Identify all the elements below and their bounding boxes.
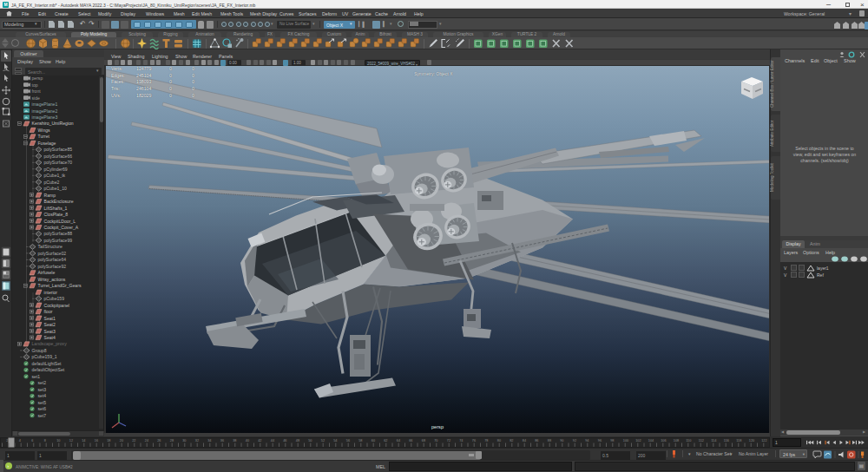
svg-text:46: 46 (283, 439, 286, 442)
svg-text:80: 80 (497, 439, 501, 442)
svg-text:72: 72 (447, 439, 450, 442)
svg-text:32: 32 (195, 439, 199, 442)
svg-text:CockpitLDoor_L: CockpitLDoor_L (44, 219, 76, 224)
svg-text:36: 36 (220, 439, 224, 442)
svg-text:LiftShafts_1: LiftShafts_1 (44, 206, 68, 211)
svg-text:pCylinder69: pCylinder69 (44, 167, 68, 172)
svg-text:Fuselage: Fuselage (38, 141, 56, 146)
svg-text:2: 2 (6, 439, 8, 442)
svg-text:60: 60 (372, 439, 375, 442)
svg-text:set3: set3 (38, 387, 47, 392)
svg-text:pCube2: pCube2 (44, 180, 60, 185)
svg-text:70: 70 (434, 439, 437, 442)
svg-text:8: 8 (44, 439, 46, 442)
svg-text:122: 122 (761, 439, 766, 442)
svg-text:94: 94 (585, 439, 589, 442)
svg-text:14: 14 (82, 439, 85, 442)
svg-text:28: 28 (170, 439, 174, 442)
svg-text:96: 96 (598, 439, 602, 442)
svg-text:106: 106 (661, 439, 666, 442)
svg-text:Kenshiro_UmiRegion: Kenshiro_UmiRegion (32, 121, 74, 126)
svg-text:polySurface70: polySurface70 (44, 160, 73, 165)
svg-text:10: 10 (56, 439, 60, 442)
svg-text:116: 116 (724, 439, 729, 442)
svg-text:polySurface88: polySurface88 (44, 231, 73, 236)
svg-text:102: 102 (635, 439, 641, 442)
svg-text:set1: set1 (32, 374, 41, 379)
svg-text:Turret_LandGr_Gears: Turret_LandGr_Gears (38, 283, 82, 288)
svg-text:polySurface99: polySurface99 (44, 238, 73, 243)
svg-text:90: 90 (560, 439, 563, 442)
svg-text:polySurface92: polySurface92 (38, 264, 67, 269)
svg-text:26: 26 (157, 439, 161, 442)
svg-text:pCube159_1: pCube159_1 (32, 354, 57, 359)
svg-text:TailStructure: TailStructure (38, 244, 62, 249)
svg-text:50: 50 (308, 439, 312, 442)
svg-text:6: 6 (31, 439, 33, 442)
svg-text:front: front (32, 88, 42, 94)
svg-text:56: 56 (346, 439, 350, 442)
svg-text:52: 52 (321, 439, 325, 442)
svg-text:BackEnclosure: BackEnclosure (44, 199, 74, 204)
svg-text:66: 66 (409, 439, 412, 442)
svg-text:polySurface85: polySurface85 (44, 147, 73, 152)
svg-text:100: 100 (623, 439, 628, 442)
svg-text:pCube159: pCube159 (44, 296, 65, 301)
svg-text:Group8: Group8 (32, 348, 47, 353)
svg-text:38: 38 (233, 439, 236, 442)
svg-text:44: 44 (271, 439, 274, 442)
svg-text:imagePlane1: imagePlane1 (32, 102, 58, 107)
svg-text:pCube1_10: pCube1_10 (44, 186, 68, 191)
svg-text:108: 108 (674, 439, 679, 442)
svg-text:Airfusele: Airfusele (38, 270, 56, 275)
svg-text:114: 114 (711, 439, 716, 442)
svg-text:104: 104 (648, 439, 654, 442)
svg-text:imagePlane3: imagePlane3 (32, 115, 58, 120)
svg-text:Seat2: Seat2 (44, 322, 56, 327)
svg-text:persp: persp (32, 75, 43, 81)
svg-text:34: 34 (207, 439, 211, 442)
svg-text:imagePlane2: imagePlane2 (32, 108, 58, 114)
svg-text:set4: set4 (38, 393, 47, 398)
svg-text:112: 112 (699, 439, 704, 442)
svg-text:side: side (32, 95, 41, 101)
svg-text:40: 40 (246, 439, 249, 442)
svg-text:set2: set2 (38, 380, 47, 385)
svg-text:16: 16 (95, 439, 98, 442)
svg-text:Seat3: Seat3 (44, 329, 56, 334)
svg-text:Wings: Wings (38, 128, 51, 133)
svg-text:64: 64 (397, 439, 400, 442)
svg-text:defaultObjectSet: defaultObjectSet (32, 367, 65, 372)
svg-text:ClosPlate_8: ClosPlate_8 (44, 212, 69, 217)
svg-text:48: 48 (296, 439, 299, 442)
svg-text:18: 18 (107, 439, 110, 442)
svg-text:set5: set5 (38, 400, 47, 405)
svg-text:98: 98 (610, 439, 614, 442)
svg-text:74: 74 (459, 439, 463, 442)
svg-text:88: 88 (548, 439, 551, 442)
svg-text:Turret: Turret (38, 134, 50, 139)
svg-text:Cockpit_Cover_A: Cockpit_Cover_A (44, 225, 79, 230)
svg-text:58: 58 (358, 439, 362, 442)
svg-text:78: 78 (484, 439, 488, 442)
svg-text:Seat1: Seat1 (44, 316, 56, 321)
svg-text:42: 42 (258, 439, 261, 442)
svg-text:interior: interior (44, 290, 58, 295)
svg-text:12: 12 (69, 439, 73, 442)
svg-text:84: 84 (523, 439, 526, 442)
svg-text:24: 24 (145, 439, 148, 442)
svg-text:4: 4 (19, 439, 21, 442)
svg-text:110: 110 (686, 439, 691, 442)
svg-text:22: 22 (132, 439, 135, 442)
svg-text:Cockpitpanel: Cockpitpanel (44, 303, 69, 308)
svg-text:polySurface64: polySurface64 (38, 257, 67, 262)
svg-text:pCube1_tk: pCube1_tk (44, 173, 66, 178)
svg-text:86: 86 (535, 439, 538, 442)
svg-text:20: 20 (120, 439, 123, 442)
svg-text:set7: set7 (38, 413, 47, 418)
svg-text:120: 120 (749, 439, 754, 442)
svg-text:floor: floor (44, 309, 53, 314)
svg-text:polySurface66: polySurface66 (44, 154, 73, 159)
svg-text:68: 68 (422, 439, 425, 442)
svg-text:82: 82 (510, 439, 513, 442)
